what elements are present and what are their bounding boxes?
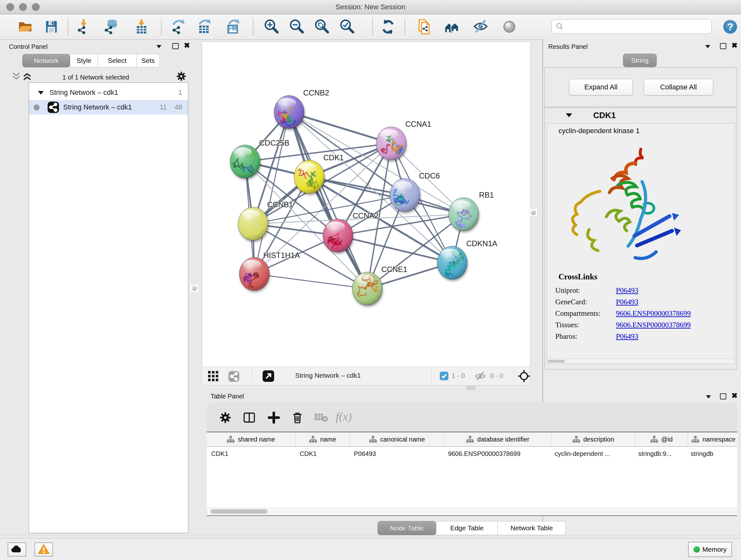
table-row[interactable]: CDK1CDK1P064939606.ENSP00000378699cyclin… [207, 447, 737, 461]
memory-button[interactable]: Memory [688, 542, 732, 557]
network-edge-CCNE1-HIST1H1A[interactable] [254, 274, 367, 289]
tab-edge-table[interactable]: Edge Table [436, 521, 498, 535]
first-neighbors-icon[interactable] [443, 18, 461, 36]
selected-checkbox[interactable] [440, 371, 449, 381]
column-header-database-identifier[interactable]: database identifier [445, 432, 551, 446]
results-hscrollbar-thumb[interactable] [548, 360, 565, 363]
tab-sets[interactable]: Sets [137, 54, 160, 67]
cloud-status-icon[interactable] [8, 543, 26, 557]
network-node-CCNB1[interactable] [238, 207, 268, 240]
grid-view-icon[interactable] [208, 371, 219, 382]
tab-network-table[interactable]: Network Table [498, 521, 566, 535]
network-node-CCNA1[interactable] [376, 127, 406, 160]
zoom-fit-icon[interactable] [313, 18, 331, 36]
network-canvas[interactable]: CCNB2CCNA1CDC25BCDK1CDC6RB1CCNB1CCNA2CDK… [202, 42, 530, 367]
tab-network[interactable]: Network [22, 54, 70, 67]
search-field[interactable] [551, 19, 712, 34]
table-cell[interactable]: cyclin-dependent ... [550, 447, 634, 461]
table-cell[interactable]: 9606.ENSP00000378699 [444, 447, 550, 461]
collapse-all-networks-icon[interactable] [11, 72, 21, 81]
help-icon[interactable]: ? [722, 18, 738, 35]
export-network-icon[interactable] [170, 18, 187, 36]
table-hscrollbar[interactable] [207, 508, 737, 515]
network-svg[interactable]: CCNB2CCNA1CDC25BCDK1CDC6RB1CCNB1CCNA2CDK… [202, 42, 530, 367]
new-network-from-selection-icon[interactable] [415, 18, 433, 36]
network-edge-CCNA2-CDKN1A[interactable] [338, 236, 452, 263]
column-header-name[interactable]: name [295, 432, 350, 446]
network-node-CCNE1[interactable] [352, 272, 382, 305]
table-hscrollbar-thumb[interactable] [211, 509, 267, 514]
network-node-CDKN1A[interactable] [437, 246, 467, 279]
zoom-out-icon[interactable] [288, 18, 306, 36]
crosslink-link[interactable]: 9606.ENSP00000378699 [616, 309, 691, 318]
control-panel-float-icon[interactable] [172, 43, 179, 49]
fit-selected-crosshair-icon[interactable] [517, 369, 531, 384]
column-header-shared-name[interactable]: shared name [207, 432, 295, 446]
control-panel-collapse-icon[interactable] [156, 45, 161, 48]
crosslink-link[interactable]: P06493 [616, 332, 638, 341]
results-panel-collapse-icon[interactable] [705, 45, 711, 48]
network-row-selected[interactable]: String Network – cdk1 11 48 [29, 100, 188, 115]
network-node-HIST1H1A[interactable] [239, 257, 269, 291]
network-node-CCNB2[interactable] [274, 96, 304, 129]
zoom-in-icon[interactable] [263, 18, 280, 36]
show-all-icon[interactable] [500, 18, 518, 36]
save-session-icon[interactable] [43, 18, 60, 36]
network-node-CDC25B[interactable] [230, 145, 260, 178]
column-header-namespace[interactable]: namespace [688, 432, 739, 446]
network-node-CDK1[interactable] [294, 160, 324, 193]
column-header-canonical-name[interactable]: canonical name [350, 432, 445, 446]
string-view-icon[interactable] [228, 371, 240, 383]
table-cell[interactable]: CDK1 [207, 447, 295, 461]
export-image-icon[interactable] [224, 18, 242, 36]
zoom-selected-icon[interactable] [338, 18, 356, 36]
column-header-description[interactable]: description [551, 432, 635, 446]
tab-style[interactable]: Style [70, 54, 98, 67]
results-panel-float-icon[interactable] [720, 43, 726, 49]
hide-selected-icon[interactable] [472, 18, 489, 36]
hidden-eye-icon[interactable] [474, 371, 487, 382]
expand-all-button[interactable]: Expand All [569, 79, 633, 96]
crosslink-link[interactable]: P06493 [616, 287, 638, 295]
table-cell[interactable]: P06493 [349, 447, 444, 461]
detach-view-icon[interactable] [262, 370, 275, 383]
import-network-database-icon[interactable] [103, 18, 120, 36]
network-panel-gear-icon[interactable] [176, 71, 187, 83]
delete-table-icon-disabled[interactable] [314, 413, 329, 424]
results-hscrollbar[interactable] [547, 359, 735, 364]
collapse-all-button[interactable]: Collapse All [644, 79, 713, 96]
import-table-file-icon[interactable] [132, 18, 150, 36]
network-node-CCNA2[interactable] [323, 219, 353, 252]
export-table-icon[interactable] [196, 18, 213, 36]
entry-header[interactable]: CDK1 [545, 108, 737, 123]
table-cell[interactable]: stringdb:9... [634, 447, 686, 461]
tab-node-table[interactable]: Node Table [378, 521, 436, 535]
results-panel-close-icon[interactable]: ✖ [731, 42, 738, 49]
function-builder-icon-disabled[interactable]: f(x) [336, 410, 352, 423]
table-panel-close-icon[interactable]: ✖ [731, 392, 738, 399]
tab-string[interactable]: String [623, 54, 657, 67]
delete-column-trash-icon[interactable] [291, 411, 304, 425]
add-column-icon[interactable] [267, 411, 280, 425]
open-session-icon[interactable] [16, 18, 34, 36]
table-panel-collapse-icon[interactable] [706, 395, 711, 398]
warning-status-icon[interactable] [35, 543, 53, 557]
tree-expand-icon[interactable] [38, 91, 44, 95]
crosslink-link[interactable]: P06493 [616, 298, 638, 306]
table-gear-icon[interactable] [219, 411, 232, 425]
left-splitter-handle[interactable] [190, 284, 199, 293]
right-splitter-handle[interactable] [529, 208, 537, 217]
refresh-icon[interactable] [379, 18, 397, 36]
search-input[interactable] [566, 20, 711, 33]
network-edge-CCNB2-CCNE1[interactable] [289, 112, 367, 289]
network-node-RB1[interactable] [449, 198, 479, 231]
crosslink-link[interactable]: 9606.ENSP00000378699 [616, 321, 691, 329]
network-collection-row[interactable]: String Network – cdk1 1 [29, 85, 188, 100]
tab-select[interactable]: Select [98, 54, 137, 67]
import-network-file-icon[interactable] [75, 18, 92, 36]
network-node-CDC6[interactable] [390, 179, 420, 212]
horizontal-splitter-handle[interactable] [467, 386, 475, 390]
table-cell[interactable]: stringdb [686, 447, 737, 461]
table-panel-float-icon[interactable] [720, 393, 726, 399]
column-header--id[interactable]: @id [635, 432, 688, 446]
